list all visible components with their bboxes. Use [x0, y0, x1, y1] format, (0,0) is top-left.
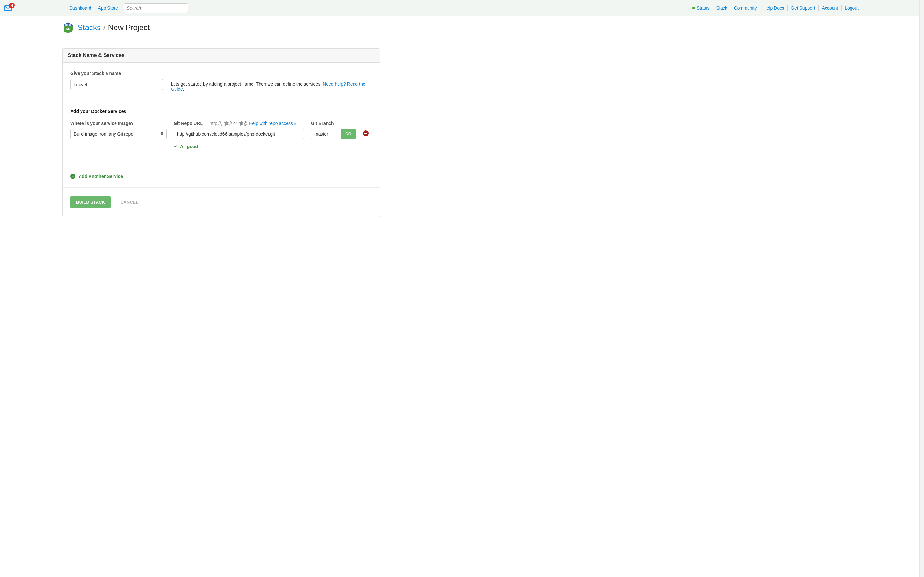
cancel-button[interactable]: CANCEL [120, 200, 138, 205]
nav-status[interactable]: Status [689, 5, 713, 11]
add-service-label: Add Another Service [79, 174, 123, 179]
svg-rect-2 [365, 133, 367, 134]
notification-count: 4 [9, 3, 15, 8]
breadcrumb-stacks[interactable]: Stacks [78, 23, 101, 32]
page-header: CLOUD 66 Stacks / New Project [0, 16, 924, 39]
repo-status-text: All good [180, 144, 198, 149]
minus-icon [364, 131, 367, 136]
nav-community[interactable]: Community [731, 5, 760, 11]
services-title: Add your Docker Services [70, 109, 372, 114]
image-source-select[interactable]: Build image from any Git repo [70, 129, 166, 139]
repo-url-hint: — http://, git:// or git@ [203, 121, 249, 126]
remove-service-button[interactable] [363, 131, 368, 136]
panel-heading: Stack Name & Services [63, 49, 380, 63]
nav-left: Dashboard App Store [66, 3, 188, 13]
repo-help-link[interactable]: Help with repo access⧉ [249, 121, 296, 126]
branch-label: Git Branch [311, 121, 356, 126]
check-icon [174, 144, 178, 149]
branch-input[interactable] [311, 129, 341, 139]
svg-text:66: 66 [66, 27, 70, 31]
cloud66-logo-icon: CLOUD 66 [62, 22, 74, 33]
add-service-section: + Add Another Service [63, 165, 380, 187]
topbar: 4 Dashboard App Store Status Slack Commu… [0, 0, 924, 16]
stack-panel: Stack Name & Services Give your Stack a … [62, 48, 380, 217]
scrollbar[interactable] [919, 0, 924, 217]
add-service-button[interactable]: + Add Another Service [70, 174, 372, 179]
services-section: Add your Docker Services Where is your s… [63, 100, 380, 165]
external-link-icon: ⧉ [294, 122, 296, 126]
plus-circle-icon: + [70, 174, 75, 179]
nav-slack[interactable]: Slack [713, 5, 730, 11]
repo-url-label: Git Repo URL — http://, git:// or git@ H… [174, 121, 304, 126]
stack-name-input[interactable] [70, 79, 163, 90]
nav-status-label: Status [697, 5, 710, 11]
nav-getsupport[interactable]: Get Support [788, 5, 819, 11]
go-button[interactable]: GO [341, 129, 356, 139]
repo-status: All good [174, 144, 304, 149]
nav-appstore[interactable]: App Store [95, 5, 121, 11]
build-stack-button[interactable]: BUILD STACK [70, 196, 111, 208]
stack-name-helper: Lets get started by adding a project nam… [171, 79, 372, 92]
repo-url-input[interactable] [174, 129, 304, 139]
nav-helpdocs[interactable]: Help Docs [760, 5, 788, 11]
status-dot-icon [692, 7, 695, 9]
nav-logout[interactable]: Logout [842, 5, 862, 11]
nav-right: Status Slack Community Help Docs Get Sup… [689, 5, 862, 11]
repo-url-label-text: Git Repo URL [174, 121, 203, 126]
breadcrumb: Stacks / New Project [78, 23, 150, 32]
actions-row: BUILD STACK CANCEL [63, 187, 380, 217]
image-source-label: Where is your service Image? [70, 121, 166, 126]
stack-name-label: Give your Stack a name [70, 71, 372, 76]
notifications-button[interactable]: 4 [5, 5, 11, 11]
breadcrumb-current: New Project [108, 23, 150, 32]
nav-dashboard[interactable]: Dashboard [66, 5, 95, 11]
svg-text:CLOUD: CLOUD [65, 24, 71, 26]
breadcrumb-separator: / [103, 23, 105, 32]
helper-prefix: Lets get started by adding a project nam… [171, 81, 323, 87]
search-input[interactable] [124, 3, 188, 13]
name-section: Give your Stack a name Lets get started … [63, 63, 380, 100]
nav-account[interactable]: Account [819, 5, 842, 11]
service-row: Where is your service Image? Build image… [70, 121, 372, 149]
helper-suffix: . [183, 87, 184, 92]
